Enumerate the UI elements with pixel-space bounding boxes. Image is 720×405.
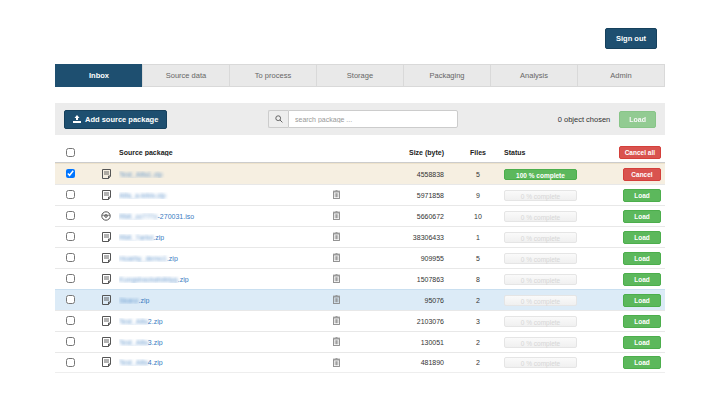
tab-to-process[interactable]: To process: [229, 64, 317, 87]
status-badge: 0 % complete: [504, 316, 577, 327]
trash-icon: [333, 211, 340, 220]
search-group: [268, 110, 458, 128]
package-name-visible: .zip: [178, 276, 189, 283]
delete-button[interactable]: [333, 190, 340, 199]
package-name-visible: .zip: [167, 255, 178, 262]
package-name-link[interactable]: RMl_zz777z-270031.iso: [119, 213, 194, 220]
package-name-link[interactable]: Test_Alfa2.zip: [119, 318, 163, 325]
package-name-link[interactable]: Skanz.zip: [119, 297, 149, 304]
delete-button[interactable]: [333, 211, 340, 220]
package-name-visible: 2.zip: [148, 318, 163, 325]
delete-button[interactable]: [333, 337, 340, 346]
row-checkbox[interactable]: [66, 337, 75, 346]
load-selected-button[interactable]: Load: [619, 111, 656, 128]
table-row: Alfa_a-krkiv.zip 5971858 9 0 % complete …: [55, 184, 665, 205]
row-action-button[interactable]: Load: [623, 189, 661, 202]
zip-file-icon: [102, 274, 111, 284]
row-action-button[interactable]: Load: [623, 315, 661, 328]
package-table: Source package Size (byte) Files Status …: [55, 143, 665, 373]
package-files-count: 10: [452, 213, 504, 220]
column-header-source-package: Source package: [119, 149, 325, 156]
package-name-redacted: Kungsbackafolktyg: [119, 276, 178, 283]
status-badge: 0 % complete: [504, 337, 577, 348]
row-checkbox[interactable]: [66, 295, 75, 304]
tab-label: Storage: [347, 71, 373, 80]
zip-file-icon: [102, 232, 111, 242]
delete-button[interactable]: [333, 274, 340, 283]
package-name-link[interactable]: RMl_7arbd.zip: [119, 234, 164, 241]
select-all-checkbox[interactable]: [66, 148, 75, 157]
package-name-redacted: Hoarby_demo1: [119, 255, 167, 262]
zip-file-icon: [102, 190, 111, 200]
package-files-count: 3: [452, 318, 504, 325]
status-badge: 100 % complete: [504, 169, 577, 180]
table-row: RMl_7arbd.zip 38306433 1 0 % complete Lo…: [55, 226, 665, 247]
tab-packaging[interactable]: Packaging: [403, 64, 491, 87]
tab-admin[interactable]: Admin: [577, 64, 665, 87]
tab-inbox[interactable]: Inbox: [55, 64, 143, 87]
package-name-link[interactable]: Test_Alfa3.zip: [119, 339, 163, 346]
row-action-button[interactable]: Load: [623, 231, 661, 244]
package-files-count: 5: [452, 255, 504, 262]
row-checkbox[interactable]: [66, 211, 75, 220]
column-header-status: Status: [504, 149, 594, 156]
row-action-button[interactable]: Load: [623, 356, 661, 369]
tab-label: Analysis: [520, 71, 548, 80]
search-input[interactable]: [288, 110, 458, 128]
sign-out-button[interactable]: Sign out: [605, 28, 657, 49]
package-name-redacted: Skanz: [119, 297, 138, 304]
delete-button[interactable]: [333, 295, 340, 304]
row-checkbox[interactable]: [66, 169, 75, 178]
row-action-button[interactable]: Load: [623, 252, 661, 265]
package-name-link[interactable]: Alfa_a-krkiv.zip: [119, 192, 166, 199]
zip-file-icon: [102, 169, 111, 179]
package-name-visible: .zip: [138, 297, 149, 304]
trash-icon: [333, 295, 340, 304]
tab-analysis[interactable]: Analysis: [490, 64, 578, 87]
zip-file-icon: [102, 337, 111, 347]
delete-button[interactable]: [333, 316, 340, 325]
tab-storage[interactable]: Storage: [316, 64, 404, 87]
delete-button[interactable]: [333, 358, 340, 367]
package-name-redacted: Alfa_a-krkiv.zip: [119, 192, 166, 199]
status-badge: 0 % complete: [504, 295, 577, 306]
package-name-link[interactable]: Hoarby_demo1.zip: [119, 255, 178, 262]
package-name-redacted: RMl_zz777z: [119, 213, 158, 220]
row-checkbox[interactable]: [66, 358, 75, 367]
package-name-redacted: RMl_7arbd: [119, 234, 153, 241]
row-action-button[interactable]: Load: [623, 273, 661, 286]
search-icon: [275, 115, 283, 123]
row-checkbox[interactable]: [66, 316, 75, 325]
package-name-redacted: Test_Alfa: [119, 318, 148, 325]
table-row: Kungsbackafolktyg.zip 1507863 8 0 % comp…: [55, 268, 665, 289]
row-action-button[interactable]: Load: [623, 336, 661, 349]
package-name-link[interactable]: Test_Alfa4.zip: [119, 359, 163, 366]
row-action-button[interactable]: Load: [623, 294, 661, 307]
tab-source-data[interactable]: Source data: [142, 64, 230, 87]
package-name-visible: .zip: [153, 234, 164, 241]
row-checkbox[interactable]: [66, 232, 75, 241]
delete-button[interactable]: [333, 253, 340, 262]
delete-button[interactable]: [333, 232, 340, 241]
add-source-package-button[interactable]: Add source package: [64, 110, 167, 129]
disc-icon: [101, 211, 111, 221]
status-badge: 0 % complete: [504, 190, 577, 201]
package-size: 130051: [347, 339, 452, 346]
status-badge: 0 % complete: [504, 253, 577, 264]
cancel-all-button[interactable]: Cancel all: [619, 146, 661, 159]
table-row: Skanz.zip 95076 2 0 % complete Load: [55, 289, 665, 310]
row-checkbox[interactable]: [66, 274, 75, 283]
package-files-count: 9: [452, 192, 504, 199]
row-checkbox[interactable]: [66, 253, 75, 262]
package-files-count: 2: [452, 359, 504, 366]
row-action-button[interactable]: Load: [623, 210, 661, 223]
row-action-button[interactable]: Cancel: [623, 168, 661, 181]
row-checkbox[interactable]: [66, 190, 75, 199]
package-name-link[interactable]: Test_Alfa1.zip: [119, 171, 163, 178]
tab-label: Admin: [610, 71, 631, 80]
status-badge: 0 % complete: [504, 274, 577, 285]
zip-file-icon: [102, 295, 111, 305]
package-name-link[interactable]: Kungsbackafolktyg.zip: [119, 276, 189, 283]
table-row: Test_Alfa1.zip 4558838 5 100 % complete …: [55, 163, 665, 184]
table-header-row: Source package Size (byte) Files Status …: [55, 143, 665, 163]
